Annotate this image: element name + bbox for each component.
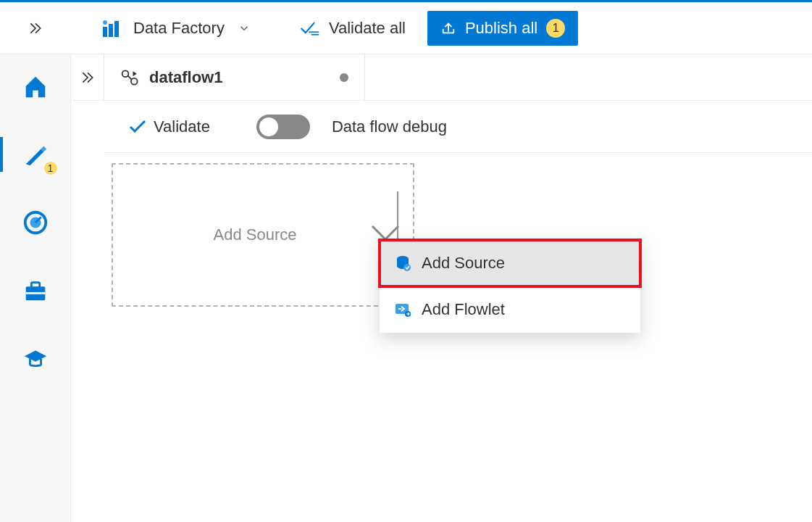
nav-author[interactable]: 1 <box>17 136 54 173</box>
validate-all-icon <box>300 20 320 36</box>
check-icon <box>129 120 146 134</box>
menu-item-add-source-label: Add Source <box>422 254 505 273</box>
toggle-knob <box>259 117 278 136</box>
flowlet-icon <box>394 301 411 318</box>
database-source-icon <box>394 254 411 272</box>
svg-rect-0 <box>103 27 107 37</box>
add-source-context-menu: Add Source Add Flowlet <box>380 240 640 333</box>
header-main: Data Factory Validate all Publish all 1 <box>71 2 578 54</box>
nav-home[interactable] <box>17 67 54 105</box>
workspace-name: Data Factory <box>133 19 225 38</box>
gauge-icon <box>22 209 49 236</box>
unsaved-indicator-icon <box>340 73 348 82</box>
publish-all-label: Publish all <box>465 19 537 38</box>
upload-icon <box>440 20 456 36</box>
tab-strip: dataflow1 <box>71 54 812 101</box>
svg-rect-1 <box>109 24 113 37</box>
debug-toggle-label: Data flow debug <box>332 117 447 136</box>
validate-all-button[interactable]: Validate all <box>300 19 406 38</box>
svg-point-12 <box>403 264 411 271</box>
nav-learn[interactable] <box>17 340 54 378</box>
data-factory-icon <box>100 17 123 40</box>
menu-item-add-flowlet-label: Add Flowlet <box>422 300 505 319</box>
sidebar-collapse-toggle[interactable] <box>0 2 71 54</box>
publish-all-button[interactable]: Publish all 1 <box>427 11 578 46</box>
menu-item-add-source[interactable]: Add Source <box>380 240 640 286</box>
tab-dataflow1[interactable]: dataflow1 <box>104 54 365 100</box>
svg-rect-8 <box>25 292 45 294</box>
add-source-placeholder[interactable]: Add Source <box>112 163 414 307</box>
nav-manage[interactable] <box>17 272 54 310</box>
toolbox-icon <box>22 277 49 304</box>
svg-point-3 <box>103 20 107 25</box>
chevron-double-right-icon <box>80 70 95 85</box>
graduation-cap-icon <box>22 345 49 373</box>
add-source-placeholder-label: Add Source <box>113 225 397 244</box>
validate-button[interactable]: Validate <box>129 117 210 136</box>
chevron-double-right-icon <box>28 21 43 36</box>
menu-item-add-flowlet[interactable]: Add Flowlet <box>380 286 640 333</box>
dataflow-icon <box>120 67 141 88</box>
svg-rect-2 <box>114 21 119 37</box>
home-icon <box>22 72 49 100</box>
validate-label: Validate <box>154 117 210 136</box>
nav-monitor[interactable] <box>17 204 54 241</box>
svg-rect-7 <box>31 283 39 289</box>
left-nav-rail: 1 <box>0 54 71 522</box>
dataflow-toolbar: Validate Data flow debug <box>104 101 812 153</box>
author-pending-badge: 1 <box>43 160 59 176</box>
debug-toggle[interactable] <box>256 115 310 139</box>
dataflow-canvas[interactable]: Add Source Add Source Add Flowlet <box>104 153 812 522</box>
validate-all-label: Validate all <box>329 19 406 38</box>
resource-panel-toggle[interactable] <box>71 54 104 100</box>
publish-count-badge: 1 <box>546 19 565 38</box>
chevron-down-icon <box>238 22 251 35</box>
header-row: Data Factory Validate all Publish all 1 <box>0 2 812 54</box>
tab-title: dataflow1 <box>149 68 222 87</box>
workspace-switcher[interactable]: Data Factory <box>100 17 251 40</box>
